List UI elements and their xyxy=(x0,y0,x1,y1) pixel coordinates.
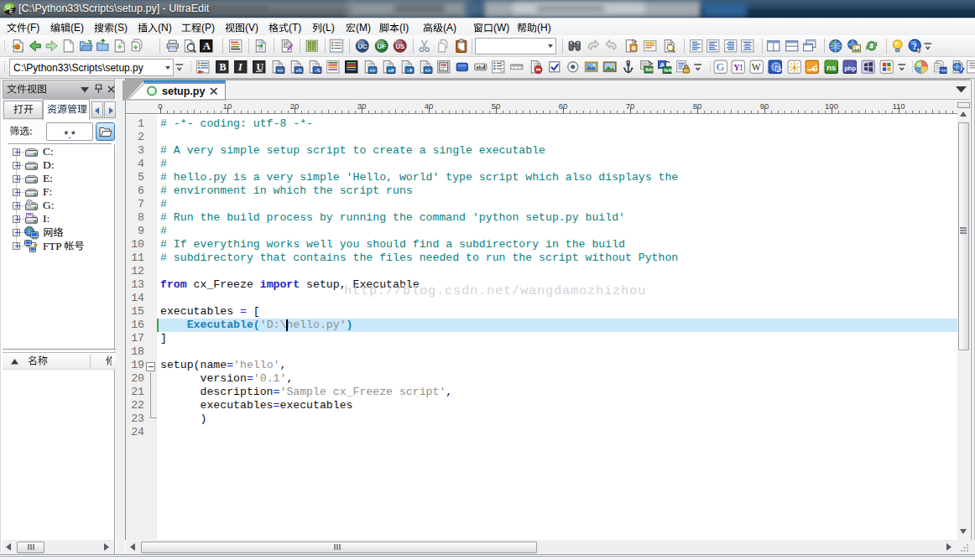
svg-text:<>: <> xyxy=(941,68,946,74)
svg-text:+%: +% xyxy=(295,68,302,74)
svg-text:setup.py: setup.py xyxy=(162,86,205,97)
svg-text:ns: ns xyxy=(826,63,837,72)
svg-text:US: US xyxy=(396,43,405,50)
svg-text:G: G xyxy=(717,61,725,74)
svg-text:A: A xyxy=(203,41,211,53)
svg-text:-%: -% xyxy=(314,68,321,74)
svg-text:B: B xyxy=(220,61,227,73)
svg-text:UC: UC xyxy=(358,43,368,50)
svg-text:E: E xyxy=(9,8,13,14)
svg-text:-#: -# xyxy=(406,68,413,74)
svg-text:abc: abc xyxy=(477,65,486,70)
svg-text:@: @ xyxy=(777,67,782,72)
svg-text:?: ? xyxy=(912,41,916,51)
svg-text:+#: +# xyxy=(388,68,394,74)
svg-text:php: php xyxy=(844,65,856,72)
svg-text:UF: UF xyxy=(378,43,387,50)
svg-text:8dt: 8dt xyxy=(645,68,653,73)
svg-text:<>: <> xyxy=(277,68,284,74)
svg-text:<>: <> xyxy=(369,68,376,74)
svg-text:W: W xyxy=(752,62,761,72)
svg-text:Y!: Y! xyxy=(734,63,743,72)
svg-text:T: T xyxy=(814,66,817,71)
svg-text:<>: <> xyxy=(425,68,431,74)
svg-text:B: B xyxy=(632,45,636,51)
